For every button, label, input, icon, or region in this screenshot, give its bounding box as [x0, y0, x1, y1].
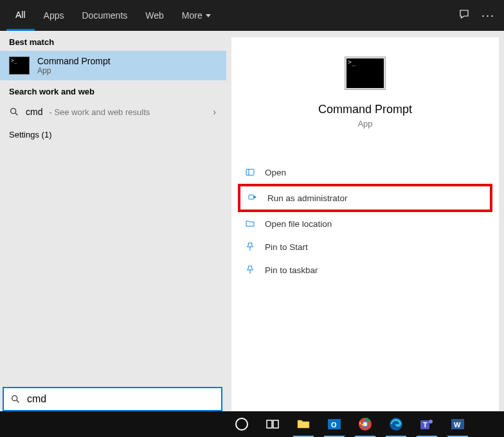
search-results-main: Best match Command Prompt App Search wor… — [0, 31, 504, 411]
search-icon — [9, 107, 19, 117]
more-options-icon[interactable]: ··· — [482, 9, 495, 22]
cortana-icon — [234, 416, 249, 432]
taskbar-outlook[interactable]: O — [321, 411, 347, 437]
admin-shield-icon — [247, 192, 258, 204]
svg-text:O: O — [331, 421, 337, 429]
action-pin-to-taskbar[interactable]: Pin to taskbar — [238, 258, 492, 281]
action-run-as-administrator[interactable]: Run as administrator — [238, 184, 492, 212]
taskbar-file-explorer[interactable] — [291, 411, 316, 437]
preview-subtitle: App — [231, 119, 499, 129]
outlook-icon: O — [327, 416, 342, 432]
action-open-label: Open — [265, 168, 286, 177]
svg-rect-2 — [246, 169, 254, 175]
results-left-panel: Best match Command Prompt App Search wor… — [0, 31, 226, 411]
edge-icon — [388, 416, 404, 432]
search-work-web-header: Search work and web — [0, 80, 226, 100]
svg-rect-10 — [273, 420, 278, 428]
action-pin-start-label: Pin to Start — [265, 242, 308, 252]
svg-line-7 — [17, 400, 19, 402]
folder-icon — [296, 416, 311, 432]
open-icon — [244, 166, 256, 178]
action-open-file-location[interactable]: Open file location — [238, 212, 492, 235]
pin-icon — [244, 264, 256, 276]
svg-rect-9 — [267, 420, 272, 428]
best-match-subtitle: App — [37, 66, 111, 75]
chevron-down-icon — [206, 14, 211, 17]
action-pin-to-start[interactable]: Pin to Start — [238, 235, 492, 258]
task-view-icon — [265, 416, 280, 432]
chevron-right-icon: › — [213, 107, 216, 117]
tab-all[interactable]: All — [6, 0, 35, 31]
taskbar-edge[interactable] — [383, 411, 409, 437]
search-input[interactable] — [27, 393, 215, 405]
preview-title: Command Prompt — [231, 103, 499, 116]
best-match-header: Best match — [0, 31, 226, 51]
word-icon: W — [450, 416, 465, 432]
svg-text:T: T — [423, 421, 428, 429]
tab-documents[interactable]: Documents — [73, 0, 136, 31]
action-pin-taskbar-label: Pin to taskbar — [265, 265, 318, 275]
action-open[interactable]: Open — [238, 161, 492, 184]
feedback-icon[interactable] — [458, 8, 470, 22]
svg-text:W: W — [454, 421, 461, 429]
taskbar-cortana[interactable] — [229, 411, 255, 437]
svg-point-19 — [429, 420, 433, 424]
tab-apps[interactable]: Apps — [35, 0, 73, 31]
search-web-hint: - See work and web results — [49, 107, 150, 117]
taskbar-task-view[interactable] — [260, 411, 285, 437]
search-bar[interactable] — [3, 387, 222, 411]
preview-panel: Command Prompt App Open Run as administr… — [231, 37, 499, 411]
search-tabs-bar: All Apps Documents Web More ··· — [0, 0, 504, 31]
taskbar: O T W — [0, 411, 504, 437]
preview-actions: Open Run as administrator Open file loca… — [231, 161, 499, 281]
teams-icon: T — [419, 416, 435, 432]
tab-more[interactable]: More — [173, 0, 220, 31]
command-prompt-icon — [9, 57, 30, 75]
action-run-admin-label: Run as administrator — [267, 193, 348, 203]
best-match-command-prompt[interactable]: Command Prompt App — [0, 51, 226, 80]
taskbar-teams[interactable]: T — [414, 411, 440, 437]
best-match-title: Command Prompt — [37, 56, 111, 66]
search-web-result[interactable]: cmd - See work and web results › — [0, 100, 226, 123]
settings-results-header[interactable]: Settings (1) — [0, 123, 226, 146]
action-open-location-label: Open file location — [265, 219, 332, 229]
svg-point-8 — [236, 418, 248, 430]
svg-rect-3 — [249, 195, 254, 199]
tab-more-label: More — [182, 10, 203, 21]
svg-point-0 — [11, 109, 16, 114]
pin-icon — [244, 241, 256, 253]
tab-web[interactable]: Web — [136, 0, 173, 31]
search-web-query: cmd — [26, 107, 42, 117]
folder-icon — [244, 218, 256, 229]
taskbar-word[interactable]: W — [445, 411, 471, 437]
command-prompt-icon — [345, 57, 386, 90]
search-icon — [10, 394, 21, 404]
svg-line-1 — [15, 113, 17, 115]
svg-point-6 — [12, 396, 17, 401]
chrome-icon — [357, 416, 373, 432]
taskbar-chrome[interactable] — [352, 411, 378, 437]
